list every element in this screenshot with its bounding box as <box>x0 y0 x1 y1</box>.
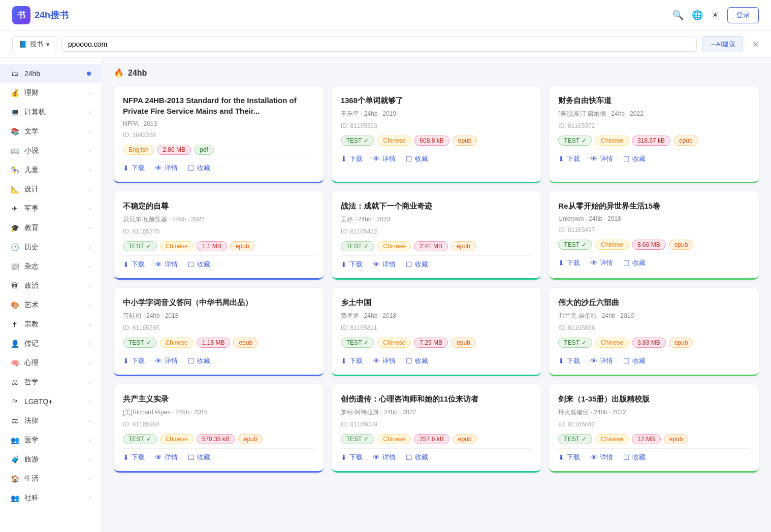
detail-button[interactable]: 👁 详情 <box>155 453 178 462</box>
sidebar-item-magazine[interactable]: 📰 杂志 › <box>0 257 101 276</box>
sidebar-item-education[interactable]: 🎓 教育 › <box>0 218 101 238</box>
sidebar-item-history[interactable]: 🕐 历史 › <box>0 238 101 257</box>
sidebar-item-military[interactable]: ✈ 军事 › <box>0 199 101 218</box>
detail-button[interactable]: 👁 详情 <box>155 260 178 269</box>
sidebar-item-travel[interactable]: 🧳 旅游 › <box>0 450 101 469</box>
sidebar-item-lgbtq[interactable]: 🏳 LGBTQ+ › <box>0 392 101 411</box>
detail-button[interactable]: 👁 详情 <box>590 154 613 163</box>
download-button[interactable]: ⬇ 下载 <box>123 260 145 269</box>
tag-size: 12 MB <box>632 434 661 444</box>
sidebar-item-medicine[interactable]: 👥 医学 › <box>0 430 101 450</box>
detail-button[interactable]: 👁 详情 <box>590 453 613 462</box>
download-button[interactable]: ⬇ 下载 <box>558 356 580 365</box>
download-button[interactable]: ⬇ 下载 <box>341 453 363 462</box>
detail-button[interactable]: 👁 详情 <box>373 356 396 365</box>
download-button[interactable]: ⬇ 下载 <box>558 258 580 268</box>
search-input[interactable] <box>68 40 690 48</box>
collect-button[interactable]: ☐ 收藏 <box>623 154 646 163</box>
collect-button[interactable]: ☐ 收藏 <box>623 258 646 268</box>
detail-button[interactable]: 👁 详情 <box>373 260 396 269</box>
brightness-icon[interactable]: ☀ <box>711 10 719 21</box>
collect-button[interactable]: ☐ 收藏 <box>188 453 210 462</box>
eye-icon: 👁 <box>155 260 162 269</box>
sidebar-item-left: ⚖ 法律 <box>10 416 39 425</box>
download-icon: ⬇ <box>341 155 347 163</box>
clear-search-button[interactable]: ✕ <box>752 40 759 49</box>
download-button[interactable]: ⬇ 下载 <box>123 356 145 365</box>
sidebar-label-medicine: 医学 <box>24 436 39 445</box>
sidebar-item-literature[interactable]: 📚 文学 › <box>0 122 101 141</box>
download-button[interactable]: ⬇ 下载 <box>558 453 580 462</box>
detail-label: 详情 <box>165 356 178 365</box>
sidebar-item-law[interactable]: ⚖ 法律 › <box>0 411 101 430</box>
search-type-selector[interactable]: 📘 搜书 ▾ <box>12 36 56 52</box>
collect-button[interactable]: ☐ 收藏 <box>406 356 428 365</box>
chevron-right-icon: › <box>89 456 91 462</box>
sidebar-item-art[interactable]: 🎨 艺术 › <box>0 295 101 315</box>
download-button[interactable]: ⬇ 下载 <box>123 453 145 462</box>
collect-button[interactable]: ☐ 收藏 <box>623 453 646 462</box>
book-card: 战法：成就下一个商业奇迹 吴婷 · 24hb · 2023 ID: 811654… <box>332 191 541 280</box>
collect-button[interactable]: ☐ 收藏 <box>188 356 210 365</box>
collect-button[interactable]: ☐ 收藏 <box>188 163 210 173</box>
book-meta: Unknown · 24hb · 2018 <box>558 215 750 222</box>
translate-icon[interactable]: 🌐 <box>692 10 703 21</box>
detail-label: 详情 <box>382 356 396 365</box>
sidebar-item-novel[interactable]: 📖 小说 › <box>0 141 101 160</box>
detail-button[interactable]: 👁 详情 <box>155 356 178 365</box>
sidebar-item-philosophy[interactable]: ⚖ 哲学 › <box>0 373 101 392</box>
detail-button[interactable]: 👁 详情 <box>373 154 396 163</box>
detail-button[interactable]: 👁 详情 <box>590 258 613 268</box>
collect-label: 收藏 <box>415 356 428 365</box>
sidebar-item-24hb[interactable]: 🗂 24hb <box>0 64 101 83</box>
detail-label: 详情 <box>165 453 178 462</box>
main-content: 🔥 24hb NFPA 24HB-2013 Standard for the I… <box>102 58 771 532</box>
collect-button[interactable]: ☐ 收藏 <box>406 453 428 462</box>
collect-label: 收藏 <box>197 260 210 269</box>
sidebar-icon-medicine: 👥 <box>10 436 19 445</box>
collect-button[interactable]: ☐ 收藏 <box>623 356 646 365</box>
book-id: ID: 81165785 <box>123 324 314 331</box>
book-id: ID: 81165896 <box>558 324 750 331</box>
sidebar-item-politics[interactable]: 🏛 政治 › <box>0 276 101 295</box>
download-button[interactable]: ⬇ 下载 <box>123 163 145 173</box>
sidebar-icon-finance: 💰 <box>10 88 19 97</box>
fire-icon: 🔥 <box>114 68 124 78</box>
sidebar-item-left: ✈ 军事 <box>10 204 39 213</box>
sidebar: 🗂 24hb 💰 理财 › 💻 计算机 › 📚 文学 › 📖 小说 › 🎠 儿童 <box>0 58 102 532</box>
download-button[interactable]: ⬇ 下载 <box>341 154 363 163</box>
sidebar-item-religion[interactable]: ✝ 宗教 › <box>0 315 101 334</box>
sidebar-item-social[interactable]: 👥 社科 › <box>0 488 101 508</box>
collect-button[interactable]: ☐ 收藏 <box>188 260 210 269</box>
sidebar-icon-computer: 💻 <box>10 108 19 117</box>
download-button[interactable]: ⬇ 下载 <box>341 356 363 365</box>
sidebar-item-biography[interactable]: 👤 传记 › <box>0 334 101 353</box>
book-grid: NFPA 24HB-2013 Standard for the Installa… <box>114 86 759 473</box>
sidebar-item-finance[interactable]: 💰 理财 › <box>0 83 101 103</box>
sidebar-item-computer[interactable]: 💻 计算机 › <box>0 103 101 122</box>
collect-label: 收藏 <box>415 260 428 269</box>
sidebar-item-left: 👥 医学 <box>10 436 39 445</box>
sidebar-icon-lgbtq: 🏳 <box>10 397 19 406</box>
detail-button[interactable]: 👁 详情 <box>155 163 178 173</box>
collect-button[interactable]: ☐ 收藏 <box>406 154 428 163</box>
detail-button[interactable]: 👁 详情 <box>373 453 396 462</box>
chevron-right-icon: › <box>89 379 91 385</box>
collect-button[interactable]: ☐ 收藏 <box>406 260 428 269</box>
sidebar-item-psychology[interactable]: 🧠 心理 › <box>0 353 101 373</box>
bookmark-icon: ☐ <box>623 155 630 163</box>
sidebar-label-military: 军事 <box>24 204 39 213</box>
search-icon[interactable]: 🔍 <box>672 10 684 21</box>
tag-lang: English <box>123 145 154 155</box>
sidebar-item-design[interactable]: 📐 设计 › <box>0 180 101 199</box>
sidebar-item-children[interactable]: 🎠 儿童 › <box>0 160 101 180</box>
download-button[interactable]: ⬇ 下载 <box>558 154 580 163</box>
sidebar-item-life[interactable]: 🏠 生活 › <box>0 469 101 488</box>
detail-button[interactable]: 👁 详情 <box>590 356 613 365</box>
tag-size: 1.18 MB <box>197 338 231 348</box>
logo-icon: 书 <box>12 6 30 24</box>
download-button[interactable]: ⬇ 下载 <box>341 260 363 269</box>
login-button[interactable]: 登录 <box>727 7 759 23</box>
section-title: 🔥 24hb <box>114 68 759 78</box>
ai-suggest-button[interactable]: →AI建议 <box>702 36 743 52</box>
